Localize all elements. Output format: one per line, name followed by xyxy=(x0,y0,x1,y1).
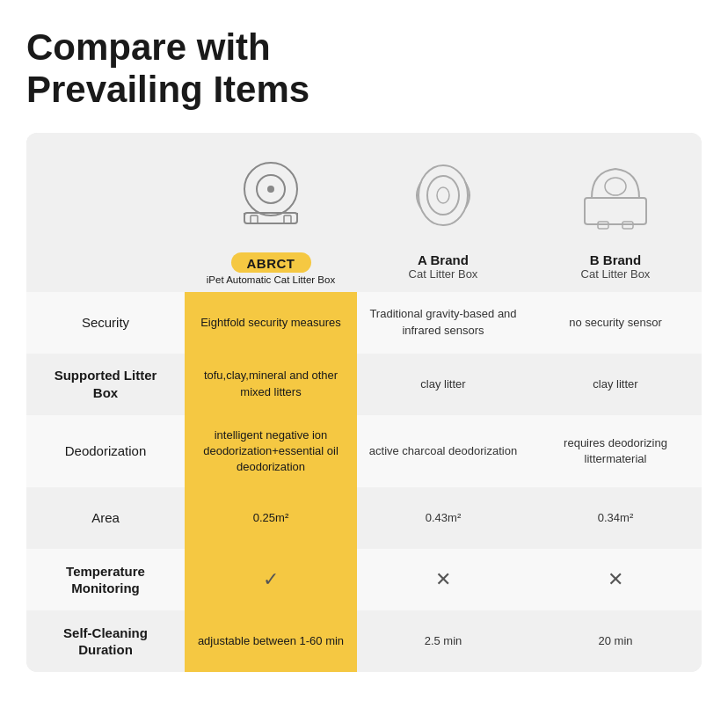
product-image-a-brand xyxy=(395,147,491,244)
product-header-abrct: ABRCT iPet Automatic Cat Litter Box xyxy=(185,147,357,285)
row-cell-litter-box-b-brand: clay litter xyxy=(529,354,702,415)
data-rows: Security Eightfold security measures Tra… xyxy=(26,292,702,673)
svg-point-8 xyxy=(419,165,468,225)
row-cell-litter-box-a-brand: clay litter xyxy=(357,354,529,415)
table-row: Self-Cleaning Duration adjustable betwee… xyxy=(26,610,702,672)
product-header-b-brand: B Brand Cat Litter Box xyxy=(529,147,702,285)
table-row: Area 0.25m² 0.43m² 0.34m² xyxy=(26,487,702,549)
crossmark-icon: ✕ xyxy=(435,566,451,594)
row-cell-litter-box-abrct: tofu,clay,mineral and other mixed litter… xyxy=(185,354,357,415)
row-label-area: Area xyxy=(26,487,185,549)
header-row: ABRCT iPet Automatic Cat Litter Box xyxy=(26,133,702,292)
row-cell-security-b-brand: no security sensor xyxy=(529,292,702,354)
a-brand-subname: Cat Litter Box xyxy=(409,267,478,281)
svg-point-9 xyxy=(427,176,459,215)
row-cell-self-cleaning-a-brand: 2.5 min xyxy=(357,610,529,672)
row-cell-area-a-brand: 0.43m² xyxy=(357,487,529,549)
b-brand-subname: Cat Litter Box xyxy=(581,267,651,281)
svg-rect-11 xyxy=(585,198,646,224)
row-cell-security-abrct: Eightfold security measures xyxy=(185,292,357,354)
b-brand-label-wrapper: B Brand Cat Litter Box xyxy=(581,252,651,281)
row-cell-area-abrct: 0.25m² xyxy=(185,487,357,549)
abrct-name: ABRCT xyxy=(231,252,311,273)
table-row: Temperature Monitoring ✓ ✕ ✕ xyxy=(26,549,702,610)
row-label-litter-box: Supported Litter Box xyxy=(26,354,185,415)
product-image-b-brand xyxy=(567,147,664,244)
abrct-label-wrapper: ABRCT iPet Automatic Cat Litter Box xyxy=(207,252,335,285)
product-header-a-brand: A Brand Cat Litter Box xyxy=(357,147,529,285)
checkmark-icon: ✓ xyxy=(263,566,279,594)
row-cell-temperature-b-brand: ✕ xyxy=(529,549,702,610)
row-label-deodorization: Deodorization xyxy=(26,415,185,488)
table-row: Supported Litter Box tofu,clay,mineral a… xyxy=(26,354,702,415)
row-cell-deodorization-b-brand: requires deodorizing littermaterial xyxy=(529,415,702,488)
row-cell-temperature-a-brand: ✕ xyxy=(357,549,529,610)
svg-point-3 xyxy=(267,186,274,193)
header-empty-cell xyxy=(26,147,185,285)
product-image-abrct xyxy=(222,147,319,244)
svg-rect-7 xyxy=(284,215,291,223)
svg-rect-6 xyxy=(251,215,258,223)
row-cell-area-b-brand: 0.34m² xyxy=(529,487,702,549)
page-wrapper: Compare with Prevailing Items xyxy=(0,0,728,690)
row-label-temperature: Temperature Monitoring xyxy=(26,549,185,610)
svg-rect-0 xyxy=(244,213,297,223)
table-row: Security Eightfold security measures Tra… xyxy=(26,292,702,354)
abrct-illustration xyxy=(222,147,319,244)
row-label-self-cleaning: Self-Cleaning Duration xyxy=(26,610,185,672)
a-brand-illustration xyxy=(395,147,491,244)
page-title: Compare with Prevailing Items xyxy=(26,26,702,112)
row-cell-deodorization-a-brand: active charcoal deodorization xyxy=(357,415,529,488)
row-cell-temperature-abrct: ✓ xyxy=(185,549,357,610)
row-cell-self-cleaning-b-brand: 20 min xyxy=(529,610,702,672)
table-row: Deodorization intelligent negative ion d… xyxy=(26,415,702,488)
row-label-security: Security xyxy=(26,292,185,354)
a-brand-name: A Brand xyxy=(418,252,469,267)
b-brand-illustration xyxy=(567,147,664,244)
b-brand-name: B Brand xyxy=(590,252,641,267)
svg-point-10 xyxy=(437,187,449,203)
row-cell-deodorization-abrct: intelligent negative ion deodorization+e… xyxy=(185,415,357,488)
svg-point-14 xyxy=(605,178,626,195)
row-cell-security-a-brand: Traditional gravity-based and infrared s… xyxy=(357,292,529,354)
row-cell-self-cleaning-abrct: adjustable between 1-60 min xyxy=(185,610,357,672)
abrct-subname: iPet Automatic Cat Litter Box xyxy=(207,274,335,285)
crossmark-icon: ✕ xyxy=(608,566,623,594)
comparison-table: ABRCT iPet Automatic Cat Litter Box xyxy=(26,133,702,673)
a-brand-label-wrapper: A Brand Cat Litter Box xyxy=(409,252,478,281)
